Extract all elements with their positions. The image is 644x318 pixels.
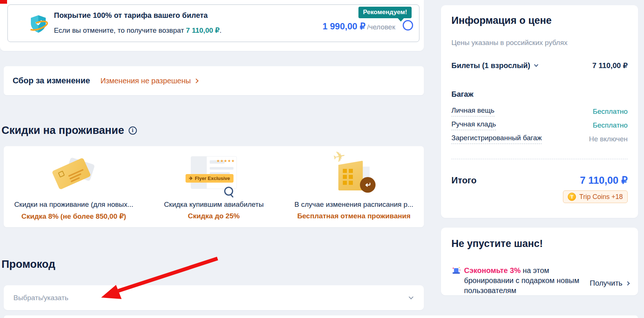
baggage-label[interactable]: Ручная кладь <box>451 120 496 130</box>
return-arrow-icon <box>360 177 376 193</box>
currency-note: Цены указаны в российских рублях <box>451 39 567 47</box>
insurance-section-card: Покрытие 100% от тарифа вашего билета Ес… <box>0 0 424 51</box>
chance-highlight: Сэкономьте 3% <box>464 266 521 274</box>
insurance-title: Покрытие 100% от тарифа вашего билета <box>54 11 208 20</box>
dashed-divider <box>451 159 628 159</box>
baggage-row-personal-item: Личная вещь Бесплатно <box>451 106 628 116</box>
insurance-shield-icon <box>29 15 48 35</box>
baggage-row-checked: Зарегистрированный багаж Не включен <box>451 134 628 144</box>
total-price: 7 110,00 ₽ <box>580 174 628 186</box>
change-fee-link[interactable]: Изменения не разрешены <box>100 77 198 85</box>
info-icon[interactable]: i <box>129 126 137 135</box>
discount-item-title: Скидки на проживание (для новых... <box>14 200 133 209</box>
plane-icon: ✈ <box>331 147 347 166</box>
discount-item-title: Скидка купившим авиабилеты <box>164 200 264 209</box>
chevron-right-icon <box>625 281 629 285</box>
get-offer-label: Получить <box>590 279 622 288</box>
get-offer-button[interactable]: Получить <box>590 279 629 288</box>
insurance-refund-amount: 7 110,00 ₽ <box>186 26 219 34</box>
next-card-edge <box>4 315 638 318</box>
tickets-row: Билеты (1 взрослый) 7 110,00 ₽ <box>451 61 628 70</box>
discounts-card: Скидки на проживание (для новых... Скидк… <box>4 146 424 227</box>
chance-title: Не упустите шанс! <box>451 238 543 250</box>
discounts-title: Скидки на проживание <box>1 124 124 136</box>
red-annotation-corner <box>0 0 7 4</box>
flyer-exclusive-badge: ✈Flyer Exclusive <box>186 174 234 183</box>
recommended-badge: Рекомендуем! <box>358 7 412 18</box>
promocode-selector[interactable] <box>4 285 424 310</box>
discount-item-free-cancel[interactable]: ✈ В случае изменения расписания р... Бес… <box>284 152 424 227</box>
tickets-dropdown[interactable]: Билеты (1 взрослый) <box>451 61 538 70</box>
total-label: Итого <box>451 175 477 186</box>
chance-card: Не упустите шанс! Сэкономьте 3% на этом … <box>441 228 638 295</box>
discount-item-subtitle: Бесплатная отмена проживания <box>297 212 410 220</box>
insurance-price-amount: 1 990,00 ₽ <box>322 21 365 31</box>
chevron-down-icon <box>534 62 538 67</box>
discount-item-new-users[interactable]: Скидки на проживание (для новых... Скидк… <box>4 152 144 227</box>
plane-icon: ✈ <box>189 176 193 181</box>
baggage-value: Бесплатно <box>593 121 628 129</box>
flyer-exclusive-badge-label: Flyer Exclusive <box>195 176 230 181</box>
discount-item-title: В случае изменения расписания р... <box>294 200 413 209</box>
baggage-label[interactable]: Личная вещь <box>451 106 495 116</box>
baggage-title: Багаж <box>451 90 473 99</box>
trip-coins-label: Trip Coins +18 <box>579 193 623 201</box>
tickets-label: Билеты (1 взрослый) <box>451 61 530 70</box>
discount-item-subtitle: Скидка 8% (не более 850,00 ₽) <box>22 212 126 221</box>
stars-icon: ★★★★★ <box>216 159 235 163</box>
discounts-header: Скидки на проживание i <box>1 124 137 136</box>
recommended-badge-tail <box>397 18 404 22</box>
change-fee-label: Сбор за изменение <box>13 76 90 86</box>
chance-offer: Сэкономьте 3% на этом бронировании с под… <box>451 266 587 296</box>
insurance-radio-button[interactable] <box>403 20 413 30</box>
discount-item-subtitle: Скидка до 25% <box>188 212 239 220</box>
tickets-price: 7 110,00 ₽ <box>592 61 628 70</box>
coin-icon: T <box>568 193 576 201</box>
promocode-title: Промокод <box>1 258 55 270</box>
insurance-offer[interactable]: Покрытие 100% от тарифа вашего билета Ес… <box>7 4 419 42</box>
change-fee-value: Изменения не разрешены <box>100 77 191 85</box>
insurance-subtitle-period: . <box>219 26 221 34</box>
baggage-row-carry-on: Ручная кладь Бесплатно <box>451 120 628 130</box>
insurance-subtitle: Если вы отмените, то получите возврат 7 … <box>54 26 222 35</box>
hotel-icon: ✈ <box>332 152 376 196</box>
magic-hat-icon <box>451 266 461 276</box>
baggage-value: Не включен <box>589 135 628 143</box>
coupon-icon <box>51 152 96 196</box>
total-row: Итого 7 110,00 ₽ <box>451 174 628 186</box>
chevron-down-icon <box>409 295 413 299</box>
flyer-exclusive-icon: ★★★★★ ✈Flyer Exclusive <box>184 152 244 196</box>
promocode-input[interactable] <box>13 294 409 302</box>
insurance-price: 1 990,00 ₽ /человек <box>322 21 395 32</box>
chance-text: Сэкономьте 3% на этом бронировании с под… <box>464 266 587 296</box>
insurance-price-unit: /человек <box>367 23 395 31</box>
change-fee-card: Сбор за изменение Изменения не разрешены <box>4 66 424 95</box>
insurance-subtitle-text: Если вы отмените, то получите возврат <box>54 26 186 34</box>
magnifier-icon <box>224 187 233 196</box>
price-info-card: Информация о цене Цены указаны в российс… <box>441 5 638 218</box>
price-info-title: Информация о цене <box>451 15 552 26</box>
booking-page: { "insurance": { "badge": "Рекомендуем!"… <box>0 0 644 318</box>
discount-item-flyer[interactable]: ★★★★★ ✈Flyer Exclusive Скидка купившим а… <box>144 152 284 227</box>
chevron-right-icon <box>194 78 199 83</box>
baggage-label[interactable]: Зарегистрированный багаж <box>451 134 542 144</box>
baggage-value: Бесплатно <box>593 107 628 116</box>
trip-coins-badge[interactable]: T Trip Coins +18 <box>563 190 628 203</box>
